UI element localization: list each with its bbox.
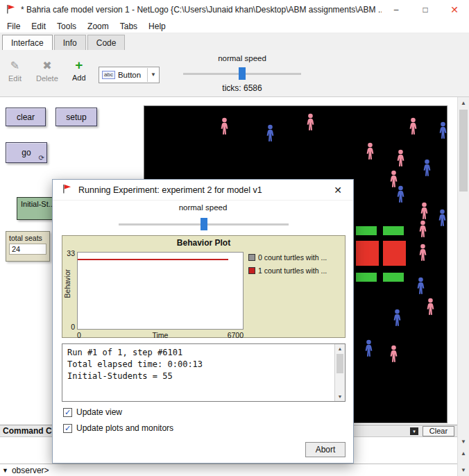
speed-slider[interactable] (183, 67, 301, 80)
forever-loop-icon: ⟳ (39, 154, 44, 162)
tab-interface[interactable]: Interface (2, 35, 53, 50)
experiment-console: Run #1 of 1, step #6101Total elapsed tim… (62, 343, 346, 402)
dialog-speed-label: normal speed (53, 203, 353, 212)
menu-item[interactable]: Tools (51, 20, 82, 33)
chevron-down-icon: ▼ (147, 68, 156, 82)
dialog-checkbox[interactable] (63, 424, 72, 433)
legend-swatch-icon (248, 267, 255, 274)
menu-item[interactable]: File (1, 20, 26, 33)
dialog-checkbox-label: Update view (76, 407, 122, 417)
menu-item[interactable]: Help (143, 20, 171, 33)
dialog-speed-slider-thumb[interactable] (201, 218, 207, 230)
scroll-down-arrow[interactable]: ▼ (458, 464, 469, 476)
observer-prompt: observer> (12, 466, 49, 475)
dialog-title: Running Experiment: experiment 2 for mod… (78, 185, 332, 195)
plot-series-line (78, 259, 228, 260)
scroll-thumb[interactable] (336, 354, 343, 373)
legend-entry: 1 count turtles with ... (248, 266, 327, 275)
turtle-person-icon (418, 220, 428, 238)
monitor-value: 24 (9, 244, 46, 255)
turtle-person-icon (416, 277, 426, 295)
menu-bar: FileEditToolsZoomTabsHelp (0, 19, 469, 33)
turtle-person-icon (418, 244, 428, 262)
seat-block (383, 273, 404, 282)
legend-swatch-icon (248, 254, 255, 261)
go-button-label: go (22, 148, 31, 158)
command-center-scrollbar[interactable]: ▲ ▼ (457, 448, 469, 476)
menu-item[interactable]: Tabs (114, 20, 143, 33)
edit-pencil-icon: ✎ (8, 60, 22, 72)
scroll-thumb[interactable] (459, 110, 468, 192)
widget-type-dropdown[interactable]: abc Button ▼ (99, 67, 160, 83)
edit-tool-label: Edit (8, 74, 22, 83)
setup-button[interactable]: setup (56, 108, 97, 126)
legend-label: 0 count turtles with ... (258, 253, 327, 262)
dialog-speed-slider[interactable] (119, 217, 289, 231)
console-line: Run #1 of 1, step #6101 (67, 347, 330, 359)
turtle-person-icon (419, 202, 429, 220)
turtle-person-icon (437, 209, 447, 227)
abc-icon: abc (102, 71, 115, 79)
add-tool[interactable]: + Add (72, 59, 86, 82)
seat-block (356, 226, 377, 235)
widget-type-value: Button (118, 71, 147, 79)
total-seats-monitor: total seats 24 (6, 231, 50, 262)
speed-slider-thumb[interactable] (239, 67, 246, 80)
scroll-down-arrow[interactable]: ▼ (458, 436, 469, 448)
initial-students-slider-label: Initial-St... (21, 200, 55, 208)
console-line: Total elapsed time: 0:00:13 (67, 359, 330, 371)
console-line: Initial-Students = 55 (67, 371, 330, 382)
tab-info[interactable]: Info (54, 35, 86, 50)
turtle-person-icon (392, 309, 402, 327)
close-button[interactable]: ✕ (440, 0, 469, 19)
scroll-up-arrow[interactable]: ▲ (458, 97, 469, 109)
turtle-person-icon (395, 149, 406, 167)
turtle-person-icon (425, 298, 436, 316)
clear-button[interactable]: clear (6, 108, 46, 126)
dialog-title-bar: Running Experiment: experiment 2 for mod… (53, 180, 353, 201)
scroll-down-arrow[interactable]: ▼ (335, 392, 345, 401)
command-center-clear-button[interactable]: Clear (423, 426, 454, 436)
turtle-person-icon (389, 345, 399, 363)
plot-x-max-tick: 6700 (221, 331, 244, 339)
add-tool-label: Add (72, 74, 86, 82)
delete-tool[interactable]: ✖ Delete (36, 60, 58, 83)
plot-legend: 0 count turtles with ...1 count turtles … (248, 253, 327, 280)
seat-block (383, 241, 406, 266)
add-plus-icon: + (72, 59, 86, 71)
title-bar: * Bahria cafe model version 1 - NetLogo … (0, 0, 469, 19)
ticks-counter: ticks: 6586 (183, 83, 301, 93)
edit-tool[interactable]: ✎ Edit (8, 60, 22, 83)
tab-bar: Interface Info Code (0, 33, 469, 50)
command-center-toggle-icon[interactable]: ▾ (410, 427, 418, 435)
turtle-person-icon (219, 117, 230, 135)
behavior-plot: Behavior Plot Behavior 33 0 0 Time 6700 … (62, 235, 346, 338)
dialog-checkbox[interactable] (63, 408, 72, 417)
legend-entry: 0 count turtles with ... (248, 253, 327, 262)
dialog-checkbox-row[interactable]: Update view (63, 407, 173, 417)
scroll-up-arrow[interactable]: ▲ (335, 344, 345, 353)
main-vertical-scrollbar[interactable]: ▲ ▼ (457, 97, 469, 448)
go-button[interactable]: go ⟳ (6, 142, 47, 163)
menu-item[interactable]: Zoom (82, 20, 114, 33)
dialog-close-icon[interactable]: ✕ (332, 185, 344, 196)
netlogo-flag-icon (6, 3, 16, 17)
netlogo-window: { "window": { "title": "* Bahria cafe mo… (0, 0, 469, 476)
turtle-person-icon (364, 339, 374, 357)
minimize-button[interactable]: – (382, 0, 411, 19)
turtle-person-icon (395, 185, 406, 203)
menu-item[interactable]: Edit (26, 20, 51, 33)
tab-code[interactable]: Code (87, 35, 126, 50)
maximize-button[interactable]: □ (411, 0, 440, 19)
dialog-checkbox-row[interactable]: Update plots and monitors (63, 423, 173, 433)
observer-dropdown-icon[interactable]: ▼ (2, 467, 8, 474)
abort-button[interactable]: Abort (305, 442, 346, 457)
speed-slider-label: normal speed (183, 54, 301, 62)
running-experiment-dialog: Running Experiment: experiment 2 for mod… (52, 179, 354, 464)
scroll-up-arrow[interactable]: ▲ (458, 448, 469, 459)
plot-x-axis-label: Time (77, 331, 244, 339)
turtle-person-icon (265, 124, 275, 142)
dialog-checkboxes: Update view Update plots and monitors (63, 407, 173, 439)
observer-prompt-bar[interactable]: ▼ observer> (0, 464, 457, 476)
console-scrollbar[interactable]: ▲ ▼ (334, 344, 345, 401)
